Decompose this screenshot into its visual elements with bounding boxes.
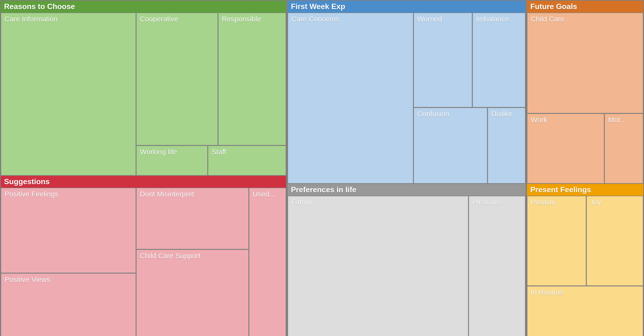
leaf-label: Used... bbox=[253, 190, 283, 198]
leaf-label: Dont Misinterpret bbox=[140, 190, 246, 198]
leaf-label: Staff bbox=[212, 148, 283, 156]
group-preferences[interactable]: Preferences in lifeFamilyPleasure bbox=[287, 183, 526, 336]
leaf-label: Cooperative bbox=[140, 15, 215, 23]
leaf-confusion[interactable]: Confusion bbox=[414, 107, 488, 184]
leaf-child-care-support[interactable]: Child Care Support bbox=[136, 249, 249, 336]
leaf-working-life[interactable]: Working life bbox=[136, 145, 208, 176]
leaf-label: Pleasure bbox=[472, 198, 523, 206]
leaf-label: In Routine bbox=[531, 288, 640, 296]
group-body: Care ConcernsWorriedImbalance...Confusio… bbox=[288, 12, 526, 182]
leaf-child-care[interactable]: Child Care bbox=[527, 12, 643, 113]
leaf-work[interactable]: Work bbox=[527, 113, 604, 184]
leaf-in-routine[interactable]: In Routine bbox=[527, 286, 643, 336]
leaf-label: Worried bbox=[417, 15, 470, 23]
group-first-week[interactable]: First Week ExpCare ConcernsWorriedImbala… bbox=[287, 0, 526, 183]
group-present-feelings[interactable]: Present FeelingsPositiveJoyIn Routine bbox=[526, 183, 644, 336]
leaf-label: Child Care bbox=[531, 15, 640, 23]
leaf-label: Positive Views bbox=[4, 276, 133, 284]
leaf-label: Imbalance... bbox=[476, 15, 523, 23]
leaf-joy[interactable]: Joy bbox=[586, 196, 643, 286]
leaf-imbalance[interactable]: Imbalance... bbox=[472, 12, 526, 107]
leaf-used[interactable]: Used... bbox=[249, 188, 286, 336]
group-body: Child CareWorkMot... bbox=[527, 12, 643, 182]
group-title: First Week Exp bbox=[291, 2, 345, 11]
leaf-label: Child Care Support bbox=[140, 252, 246, 260]
leaf-worried[interactable]: Worried bbox=[414, 12, 472, 107]
leaf-label: Positive Feelings bbox=[4, 190, 133, 198]
leaf-label: Care Concerns bbox=[291, 15, 410, 23]
group-title: Reasons to Choose bbox=[4, 2, 75, 11]
treemap-chart: Reasons to ChooseCare InformationCoopera… bbox=[0, 0, 644, 336]
leaf-label: Positive bbox=[531, 198, 584, 206]
leaf-cooperative[interactable]: Cooperative bbox=[136, 12, 218, 145]
leaf-positive-feelings[interactable]: Positive Feelings bbox=[1, 188, 136, 273]
leaf-care-information[interactable]: Care Information bbox=[1, 12, 136, 176]
leaf-label: Work bbox=[531, 116, 602, 124]
group-body: Care InformationCooperativeResponsibleWo… bbox=[1, 12, 286, 174]
group-title: Preferences in life bbox=[291, 185, 356, 194]
group-body: FamilyPleasure bbox=[288, 196, 526, 335]
leaf-staff[interactable]: Staff bbox=[208, 145, 286, 176]
group-title: Suggestions bbox=[4, 177, 50, 186]
leaf-pleasure[interactable]: Pleasure bbox=[468, 196, 526, 336]
leaf-motivation[interactable]: Mot... bbox=[604, 113, 643, 184]
leaf-family[interactable]: Family bbox=[288, 196, 468, 336]
group-reasons[interactable]: Reasons to ChooseCare InformationCoopera… bbox=[0, 0, 287, 175]
group-body: Positive FeelingsPositive ViewsDont Misi… bbox=[1, 188, 286, 335]
group-title: Present Feelings bbox=[530, 185, 591, 194]
leaf-label: Family bbox=[291, 198, 466, 206]
leaf-label: Dislike bbox=[491, 110, 523, 118]
leaf-label: Joy bbox=[590, 198, 640, 206]
leaf-positive[interactable]: Positive bbox=[527, 196, 586, 286]
leaf-label: Confusion bbox=[417, 110, 485, 118]
leaf-positive-views[interactable]: Positive Views bbox=[1, 273, 136, 336]
group-body: PositiveJoyIn Routine bbox=[527, 196, 643, 335]
leaf-label: Mot... bbox=[608, 116, 640, 124]
group-future-goals[interactable]: Future GoalsChild CareWorkMot... bbox=[526, 0, 644, 183]
leaf-dont-misinterpret[interactable]: Dont Misinterpret bbox=[136, 188, 249, 249]
leaf-label: Working life bbox=[140, 148, 205, 156]
leaf-responsible[interactable]: Responsible bbox=[218, 12, 286, 145]
leaf-label: Care Information bbox=[4, 15, 133, 23]
group-suggestions[interactable]: SuggestionsPositive FeelingsPositive Vie… bbox=[0, 175, 287, 336]
group-title: Future Goals bbox=[530, 2, 577, 11]
leaf-label: Responsible bbox=[222, 15, 283, 23]
leaf-dislike[interactable]: Dislike bbox=[488, 107, 526, 184]
leaf-care-concerns[interactable]: Care Concerns bbox=[288, 12, 414, 184]
